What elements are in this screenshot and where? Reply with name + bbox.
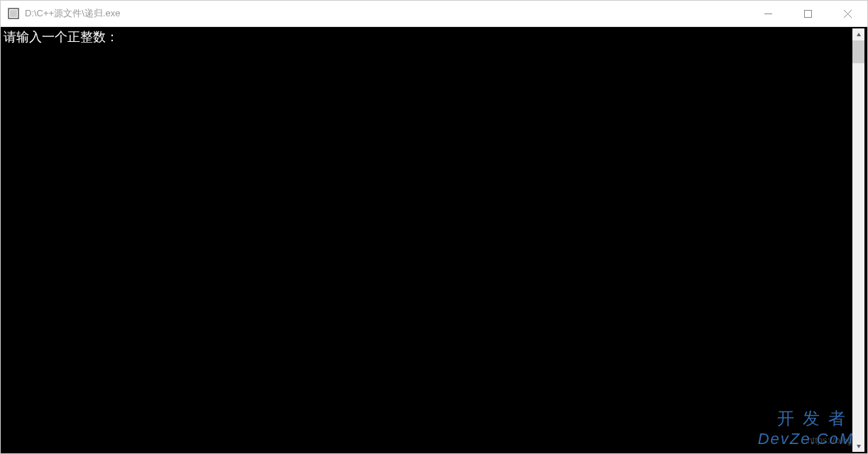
- window-title: D:\C++源文件\递归.exe: [25, 7, 748, 20]
- vertical-scrollbar[interactable]: [852, 28, 864, 452]
- maximize-button[interactable]: [788, 1, 828, 26]
- scrollbar-thumb[interactable]: [852, 40, 864, 63]
- svg-rect-3: [804, 10, 811, 17]
- minimize-button[interactable]: [748, 1, 788, 26]
- console-prompt-text: 请输入一个正整数：: [4, 29, 119, 44]
- console-output: 请输入一个正整数：: [4, 28, 852, 452]
- svg-rect-1: [10, 10, 17, 17]
- app-icon: [8, 8, 19, 19]
- scrollbar-track[interactable]: [852, 40, 864, 440]
- window-controls: [748, 1, 867, 26]
- scrollbar-up-arrow[interactable]: [852, 28, 864, 40]
- console-window: D:\C++源文件\递归.exe 请输入一个正整数：: [0, 0, 868, 454]
- close-button[interactable]: [828, 1, 867, 26]
- titlebar[interactable]: D:\C++源文件\递归.exe: [1, 1, 867, 27]
- console-body[interactable]: 请输入一个正整数：: [1, 27, 867, 453]
- scrollbar-down-arrow[interactable]: [852, 440, 864, 452]
